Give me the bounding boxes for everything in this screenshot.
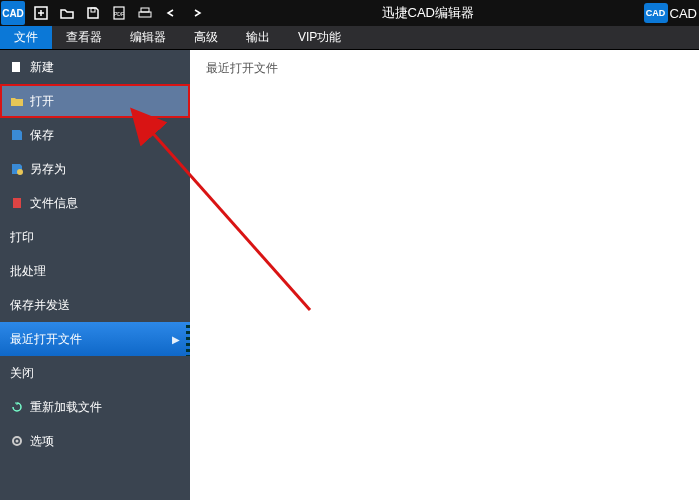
sidebar-item-file-info[interactable]: 文件信息: [0, 186, 190, 220]
tab-output[interactable]: 输出: [232, 26, 284, 49]
svg-rect-7: [139, 12, 151, 17]
sidebar-item-label: 重新加载文件: [30, 399, 102, 416]
file-menu-panel: 新建 打开 保存 另存为 文件信息 打印 批处理 保存并发送 最近打开文: [0, 50, 699, 500]
quick-access-toolbar: PDF: [26, 4, 212, 22]
sidebar-item-options[interactable]: 选项: [0, 424, 190, 458]
svg-rect-10: [13, 198, 21, 208]
chevron-right-icon: ▶: [172, 334, 180, 345]
folder-open-icon: [10, 94, 24, 108]
print-icon[interactable]: [136, 4, 154, 22]
new-file-icon: [10, 60, 24, 74]
sidebar-item-print[interactable]: 打印: [0, 220, 190, 254]
tab-viewer[interactable]: 查看器: [52, 26, 116, 49]
save-icon: [10, 128, 24, 142]
brand-text: CAD: [670, 6, 699, 21]
sidebar-item-batch[interactable]: 批处理: [0, 254, 190, 288]
undo-icon[interactable]: [162, 4, 180, 22]
svg-rect-8: [12, 62, 20, 72]
tab-vip[interactable]: VIP功能: [284, 26, 355, 49]
svg-rect-6: [141, 8, 149, 12]
save-as-icon: [10, 162, 24, 176]
sidebar-item-label: 新建: [30, 59, 54, 76]
menu-bar: 文件 查看器 编辑器 高级 输出 VIP功能: [0, 26, 699, 50]
content-panel: 最近打开文件: [190, 50, 699, 500]
new-icon[interactable]: [32, 4, 50, 22]
svg-text:PDF: PDF: [114, 11, 124, 17]
sidebar-item-label: 批处理: [10, 263, 46, 280]
brand-icon: CAD: [644, 3, 668, 23]
pdf-icon[interactable]: PDF: [110, 4, 128, 22]
sidebar-item-label: 最近打开文件: [10, 331, 82, 348]
file-menu-sidebar: 新建 打开 保存 另存为 文件信息 打印 批处理 保存并发送 最近打开文: [0, 50, 190, 500]
sidebar-item-reload[interactable]: 重新加载文件: [0, 390, 190, 424]
svg-point-9: [17, 169, 23, 175]
sidebar-item-close[interactable]: 关闭: [0, 356, 190, 390]
sidebar-item-recent[interactable]: 最近打开文件 ▶: [0, 322, 190, 356]
sidebar-item-label: 关闭: [10, 365, 34, 382]
sidebar-item-label: 另存为: [30, 161, 66, 178]
redo-icon[interactable]: [188, 4, 206, 22]
open-icon[interactable]: [58, 4, 76, 22]
sidebar-item-save-as[interactable]: 另存为: [0, 152, 190, 186]
sidebar-item-label: 打开: [30, 93, 54, 110]
reload-icon: [10, 400, 24, 414]
sidebar-item-label: 文件信息: [30, 195, 78, 212]
svg-point-12: [16, 440, 19, 443]
sidebar-item-save-send[interactable]: 保存并发送: [0, 288, 190, 322]
sidebar-item-label: 保存: [30, 127, 54, 144]
sidebar-item-open[interactable]: 打开: [0, 84, 190, 118]
app-logo-icon: CAD: [1, 1, 25, 25]
sidebar-item-label: 保存并发送: [10, 297, 70, 314]
tab-editor[interactable]: 编辑器: [116, 26, 180, 49]
sidebar-item-save[interactable]: 保存: [0, 118, 190, 152]
file-info-icon: [10, 196, 24, 210]
gear-icon: [10, 434, 24, 448]
sidebar-item-label: 选项: [30, 433, 54, 450]
sidebar-item-new[interactable]: 新建: [0, 50, 190, 84]
tab-file[interactable]: 文件: [0, 26, 52, 49]
title-bar: CAD PDF 迅捷CAD编辑器 CAD CAD: [0, 0, 699, 26]
sidebar-item-label: 打印: [10, 229, 34, 246]
window-title: 迅捷CAD编辑器: [212, 4, 644, 22]
content-heading: 最近打开文件: [206, 60, 683, 77]
tab-advanced[interactable]: 高级: [180, 26, 232, 49]
save-icon[interactable]: [84, 4, 102, 22]
